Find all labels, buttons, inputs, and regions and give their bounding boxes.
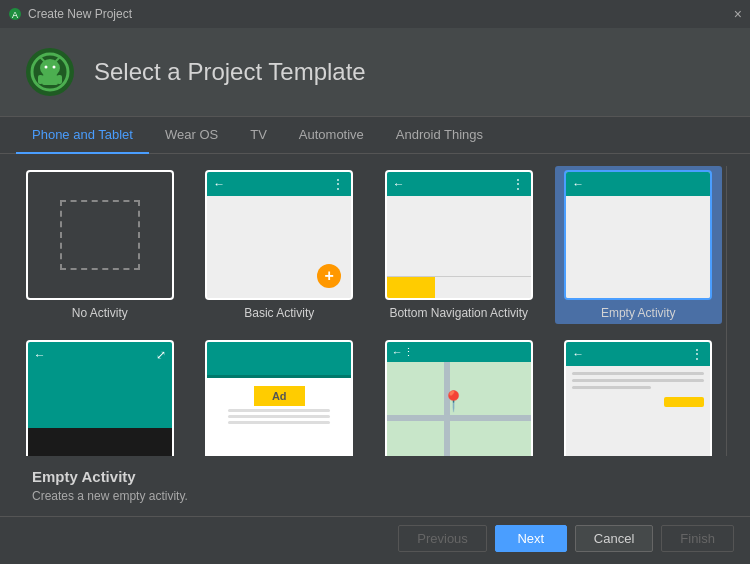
admob-line-3 [228, 421, 330, 424]
tab-automotive[interactable]: Automotive [283, 117, 380, 154]
empty-content [566, 196, 710, 298]
template-thumb-fullscreen: ← ⤢ [26, 340, 174, 456]
dialog: Select a Project Template Phone and Tabl… [0, 28, 750, 564]
admob-line-2 [228, 415, 330, 418]
template-thumb-empty: ← [564, 170, 712, 300]
dots-icon: ⋮ [332, 177, 345, 191]
dialog-title: Select a Project Template [94, 58, 366, 86]
maps-dots-icon: ⋮ [403, 346, 415, 359]
nav-item-3 [483, 277, 531, 298]
bottom-nav-content [387, 196, 531, 276]
empty-graphic: ← [566, 172, 710, 298]
title-bar: A Create New Project × [0, 0, 750, 28]
android-studio-logo [24, 46, 76, 98]
scrolling-back-icon: ← [572, 347, 584, 361]
scrolling-topbar: ← ⋮ [566, 342, 710, 366]
bottom-nav-bar [387, 276, 531, 298]
template-bottom-nav[interactable]: ← ⋮ Bottom Navigation Activity [375, 166, 543, 324]
app-icon: A [8, 7, 22, 21]
fullscreen-bar [28, 428, 172, 456]
tab-phone-tablet[interactable]: Phone and Tablet [16, 117, 149, 154]
bottom-nav-graphic: ← ⋮ [387, 172, 531, 298]
maps-content: 📍 [387, 362, 531, 456]
templates-wrapper: No Activity ← ⋮ + [16, 166, 734, 456]
svg-rect-11 [57, 75, 62, 84]
template-thumb-maps: ← ⋮ 📍 [385, 340, 533, 456]
maps-topbar: ← ⋮ [387, 342, 531, 362]
finish-button[interactable]: Finish [661, 525, 734, 552]
basic-topbar: ← ⋮ [207, 172, 351, 196]
scrolling-action-btn [664, 397, 704, 407]
template-thumb-admob: Ad [205, 340, 353, 456]
template-label-no-activity: No Activity [72, 306, 128, 320]
template-fullscreen[interactable]: ← ⤢ Fullscreen Activity [16, 336, 184, 456]
template-no-activity[interactable]: No Activity [16, 166, 184, 324]
template-maps[interactable]: ← ⋮ 📍 Google Maps Activity [375, 336, 543, 456]
scroll-line-3 [572, 386, 651, 389]
template-basic-activity[interactable]: ← ⋮ + Basic Activity [196, 166, 364, 324]
scrolling-content-area [566, 366, 710, 456]
footer: Previous Next Cancel Finish [0, 516, 750, 564]
fab-icon: + [317, 264, 341, 288]
svg-point-4 [40, 59, 60, 77]
next-button[interactable]: Next [495, 525, 567, 552]
title-bar-text: Create New Project [28, 7, 132, 21]
scrolling-graphic: ← ⋮ [566, 342, 710, 456]
template-admob[interactable]: Ad Google AdMob Ads Activity [196, 336, 364, 456]
admob-graphic: Ad [207, 342, 351, 456]
header: Select a Project Template [0, 28, 750, 117]
map-road-horizontal [387, 415, 531, 421]
basic-graphic: ← ⋮ + [207, 172, 351, 298]
template-scrolling[interactable]: ← ⋮ Scrolling Activity [555, 336, 723, 456]
basic-content: + [207, 196, 351, 298]
close-button[interactable]: × [734, 6, 742, 22]
template-thumb-basic: ← ⋮ + [205, 170, 353, 300]
back-arrow-icon2: ← [393, 177, 405, 191]
dots-icon2: ⋮ [512, 177, 525, 191]
template-thumb-bottom-nav: ← ⋮ [385, 170, 533, 300]
fullscreen-back-icon: ← [34, 348, 46, 362]
dashed-rect [60, 200, 140, 270]
svg-point-6 [53, 66, 56, 69]
back-arrow-icon: ← [213, 177, 225, 191]
maps-graphic: ← ⋮ 📍 [387, 342, 531, 456]
admob-content-area: Ad [207, 378, 351, 456]
template-thumb-no-activity [26, 170, 174, 300]
tab-tv[interactable]: TV [234, 117, 283, 154]
scrolling-dots-icon: ⋮ [691, 347, 704, 361]
svg-text:A: A [12, 10, 18, 20]
no-activity-graphic [28, 172, 172, 298]
tab-android-things[interactable]: Android Things [380, 117, 499, 154]
back-arrow-icon3: ← [572, 177, 584, 191]
cancel-button[interactable]: Cancel [575, 525, 653, 552]
nav-item-2 [435, 277, 483, 298]
svg-rect-10 [38, 75, 43, 84]
empty-topbar: ← [566, 172, 710, 196]
admob-header [207, 342, 351, 378]
title-bar-left: A Create New Project [8, 7, 132, 21]
svg-rect-9 [42, 75, 58, 85]
template-label-basic: Basic Activity [244, 306, 314, 320]
previous-button[interactable]: Previous [398, 525, 487, 552]
tab-wear-os[interactable]: Wear OS [149, 117, 234, 154]
content-area: No Activity ← ⋮ + [0, 154, 750, 516]
description-text: Creates a new empty activity. [32, 489, 718, 503]
bottom-nav-topbar: ← ⋮ [387, 172, 531, 196]
scroll-line-1 [572, 372, 704, 375]
admob-ad-box: Ad [254, 386, 305, 406]
fullscreen-graphic: ← ⤢ [28, 342, 172, 456]
scrollbar-track[interactable] [726, 166, 734, 456]
scroll-line-2 [572, 379, 704, 382]
template-empty-activity[interactable]: ← Empty Activity [555, 166, 723, 324]
maps-back-icon: ← [392, 346, 403, 358]
admob-line-1 [228, 409, 330, 412]
description-area: Empty Activity Creates a new empty activ… [16, 456, 734, 516]
template-label-empty: Empty Activity [601, 306, 676, 320]
templates-grid: No Activity ← ⋮ + [16, 166, 726, 456]
nav-item-1 [387, 277, 435, 298]
description-title: Empty Activity [32, 468, 718, 485]
template-thumb-scrolling: ← ⋮ [564, 340, 712, 456]
template-label-bottom-nav: Bottom Navigation Activity [389, 306, 528, 320]
tab-bar: Phone and Tablet Wear OS TV Automotive A… [0, 117, 750, 154]
map-pin-icon: 📍 [441, 389, 466, 413]
